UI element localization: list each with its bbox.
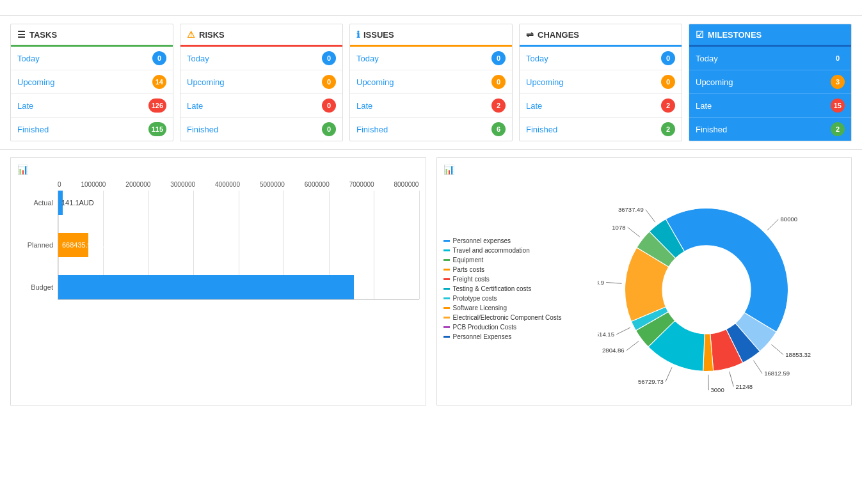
row-label[interactable]: Upcoming	[696, 77, 733, 87]
card-row: Late 0	[180, 94, 342, 118]
card-header-changes: ⇌CHANGES	[520, 24, 682, 47]
card-row: Late 2	[350, 94, 512, 118]
card-row: Today 0	[350, 47, 512, 70]
card-changes: ⇌CHANGES Today 0 Upcoming 0 Late 2 Finis…	[519, 24, 682, 141]
card-risks: ⚠RISKS Today 0 Upcoming 0 Late 0 Finishe…	[180, 24, 343, 141]
svg-line-18	[628, 227, 640, 237]
svg-line-4	[753, 361, 762, 374]
card-header-risks: ⚠RISKS	[180, 24, 342, 47]
row-label[interactable]: Late	[696, 101, 712, 111]
svg-text:133798.9: 133798.9	[598, 279, 604, 286]
row-label[interactable]: Late	[526, 101, 542, 111]
row-label[interactable]: Late	[356, 101, 372, 111]
pie-chart-icon: 📊	[443, 164, 454, 175]
card-header-issues: ℹISSUES	[350, 24, 512, 47]
svg-text:2804.86: 2804.86	[602, 347, 625, 354]
card-row: Upcoming 0	[520, 70, 682, 94]
card-row: Today 0	[689, 47, 851, 70]
badge: 2	[661, 98, 675, 113]
row-label[interactable]: Finished	[17, 125, 49, 134]
top-cards: ☰TASKS Today 0 Upcoming 14 Late 126 Fini…	[0, 16, 862, 150]
badge: 0	[661, 51, 675, 65]
card-row: Upcoming 3	[689, 70, 851, 94]
row-label[interactable]: Today	[356, 54, 379, 63]
card-row: Late 15	[689, 94, 851, 118]
card-row: Finished 2	[689, 118, 851, 141]
card-row: Finished 115	[11, 118, 173, 141]
card-tasks: ☰TASKS Today 0 Upcoming 14 Late 126 Fini…	[10, 24, 173, 141]
donut-wrap: 8000018853.3216812.5921248300056729.7328…	[568, 181, 845, 398]
svg-text:16812.59: 16812.59	[764, 370, 790, 377]
legend-item: Personnel Expenses	[443, 333, 562, 340]
row-label[interactable]: Today	[17, 54, 40, 63]
svg-line-8	[708, 375, 709, 390]
badge: 2	[661, 122, 675, 136]
badge: 2	[831, 122, 845, 136]
badge: 0	[491, 51, 506, 65]
legend-item: Software Licensing	[443, 304, 562, 311]
row-label[interactable]: Finished	[696, 125, 727, 134]
svg-line-20	[646, 210, 655, 222]
svg-point-22	[662, 246, 751, 334]
x-axis-label: 4000000	[215, 181, 240, 188]
row-label[interactable]: Today	[696, 54, 718, 63]
legend-item: Travel and accommodation	[443, 247, 562, 254]
card-row: Today 0	[520, 47, 682, 70]
card-row: Finished 0	[180, 118, 342, 141]
row-label[interactable]: Today	[526, 54, 548, 63]
badge: 15	[831, 98, 845, 113]
card-row: Late 2	[520, 94, 682, 118]
legend-item: Parts costs	[443, 266, 562, 273]
row-label[interactable]: Finished	[356, 125, 388, 134]
badge: 0	[322, 98, 336, 113]
x-axis-label: 2000000	[125, 181, 150, 188]
costs-overview-title: 📊	[17, 164, 419, 175]
legend-list: Personnel expensesTravel and accommodati…	[443, 237, 562, 343]
badge: 0	[322, 122, 336, 136]
svg-text:80000: 80000	[780, 216, 797, 223]
row-label[interactable]: Upcoming	[356, 77, 394, 87]
row-label[interactable]: Upcoming	[17, 77, 55, 87]
legend-item: Freight costs	[443, 276, 562, 283]
donut-chart-area: Personnel expensesTravel and accommodati…	[443, 181, 845, 398]
row-label[interactable]: Upcoming	[526, 77, 564, 87]
badge: 0	[491, 75, 506, 89]
badge: 2	[491, 98, 506, 113]
row-label[interactable]: Finished	[187, 125, 218, 134]
row-label[interactable]: Finished	[526, 125, 557, 134]
svg-line-12	[627, 341, 639, 350]
card-row: Finished 6	[350, 118, 512, 141]
svg-line-16	[606, 282, 621, 283]
legend-item: PCB Production Costs	[443, 324, 562, 331]
card-header-tasks: ☰TASKS	[11, 24, 173, 47]
badge: 0	[661, 75, 675, 89]
legend-item: Personnel expenses	[443, 237, 562, 244]
card-row: Today 0	[180, 47, 342, 70]
donut-chart-svg: 8000018853.3216812.5921248300056729.7328…	[598, 181, 815, 398]
legend-item: Equipment	[443, 256, 562, 264]
x-axis-label: 5000000	[260, 181, 285, 188]
row-label[interactable]: Upcoming	[187, 77, 225, 87]
row-label[interactable]: Today	[187, 54, 209, 63]
costs-overview-panel: 📊 01000000200000030000004000000500000060…	[10, 157, 426, 406]
x-axis-label: 3000000	[170, 181, 195, 188]
badge: 126	[148, 98, 166, 113]
svg-text:18853.32: 18853.32	[785, 351, 811, 358]
card-milestones: ☑MILESTONES Today 0 Upcoming 3 Late 15 F…	[689, 24, 852, 141]
card-row: Upcoming 0	[180, 70, 342, 94]
svg-text:21248: 21248	[735, 383, 753, 390]
svg-line-14	[616, 327, 630, 335]
row-label[interactable]: Late	[17, 101, 33, 111]
x-axis-label: 1000000	[81, 181, 106, 188]
costs-by-type-title: 📊	[443, 164, 845, 175]
legend-item: Prototype costs	[443, 295, 562, 302]
card-row: Upcoming 14	[11, 70, 173, 94]
row-label[interactable]: Late	[187, 101, 203, 111]
svg-text:36737.49: 36737.49	[618, 206, 644, 213]
badge: 0	[322, 75, 336, 89]
card-header-milestones: ☑MILESTONES	[689, 24, 851, 47]
svg-text:56729.73: 56729.73	[638, 378, 664, 385]
card-row: Late 126	[11, 94, 173, 118]
badge: 14	[152, 75, 166, 89]
badge: 0	[152, 51, 166, 65]
